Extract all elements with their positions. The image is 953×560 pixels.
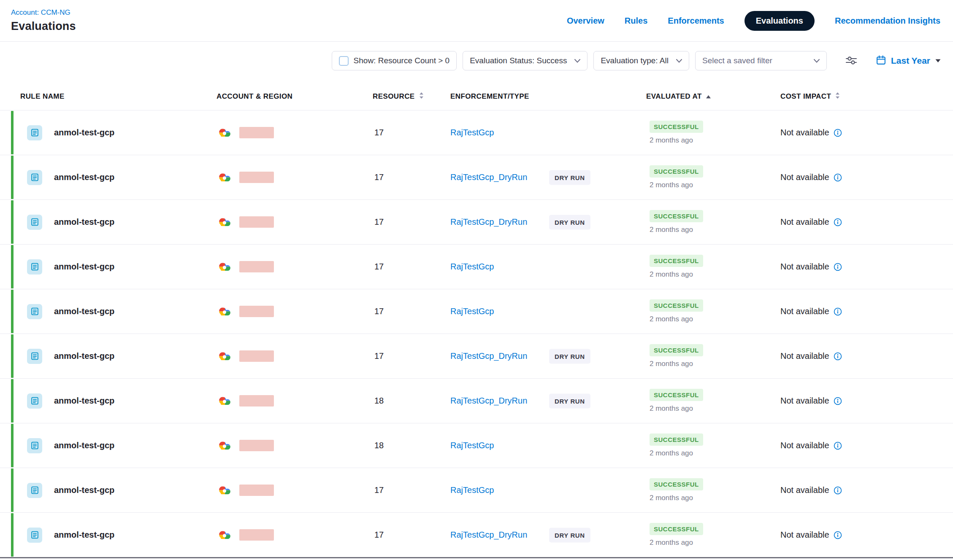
sort-icon[interactable]	[419, 92, 424, 101]
enforcement-cell: RajTestGcp	[450, 423, 646, 468]
filter-settings-button[interactable]	[844, 54, 859, 68]
info-icon[interactable]	[834, 263, 842, 271]
resource-count: 17	[373, 172, 450, 182]
gcp-cloud-icon	[217, 395, 233, 407]
info-icon[interactable]	[834, 486, 842, 495]
evaluated-time: 2 months ago	[650, 538, 693, 547]
sort-asc-icon[interactable]	[706, 92, 711, 101]
column-header-account-region: ACCOUNT & REGION	[217, 92, 373, 101]
table-row[interactable]: anmol-test-gcp	[0, 468, 953, 512]
cost-impact-cell: Not available	[780, 396, 953, 406]
table-bottom-divider	[0, 557, 953, 558]
column-label: EVALUATED AT	[646, 92, 702, 101]
nav-item-rules[interactable]: Rules	[625, 16, 647, 26]
enforcement-link[interactable]: RajTestGcp	[450, 262, 494, 272]
cost-impact-value: Not available	[780, 262, 829, 272]
enforcement-cell: RajTestGcp	[450, 110, 646, 155]
rule-name-cell: anmol-test-gcp	[20, 125, 217, 140]
dry-run-badge: DRY RUN	[549, 349, 590, 363]
enforcement-link[interactable]: RajTestGcp	[450, 128, 494, 137]
status-badge: SUCCESSFUL	[650, 299, 703, 312]
rule-name-cell: anmol-test-gcp	[20, 438, 217, 453]
date-range-picker[interactable]: Last Year	[876, 55, 941, 67]
account-region-redacted	[239, 395, 274, 407]
enforcement-link[interactable]: RajTestGcp	[450, 485, 494, 495]
table-row[interactable]: anmol-test-gcp	[0, 289, 953, 334]
account-region-redacted	[239, 261, 274, 272]
info-icon[interactable]	[834, 531, 842, 539]
column-header-cost-impact[interactable]: COST IMPACT	[780, 92, 953, 101]
evaluated-at-cell: SUCCESSFUL 2 months ago	[646, 478, 780, 502]
account-region-cell	[217, 529, 373, 541]
table-row[interactable]: anmol-test-gcp	[0, 334, 953, 378]
enforcement-link[interactable]: RajTestGcp_DryRun	[450, 217, 527, 227]
table-row[interactable]: anmol-test-gcp	[0, 110, 953, 155]
cost-impact-value: Not available	[780, 485, 829, 495]
account-region-cell	[217, 261, 373, 272]
resource-count: 18	[373, 396, 450, 406]
table-row[interactable]: anmol-test-gcp	[0, 378, 953, 423]
status-badge: SUCCESSFUL	[650, 255, 703, 267]
account-region-redacted	[239, 172, 274, 183]
table-row[interactable]: anmol-test-gcp	[0, 244, 953, 289]
enforcement-link[interactable]: RajTestGcp_DryRun	[450, 396, 527, 406]
nav-item-evaluations[interactable]: Evaluations	[745, 11, 815, 31]
rule-name-cell: anmol-test-gcp	[20, 304, 217, 319]
enforcement-link[interactable]: RajTestGcp	[450, 441, 494, 450]
table-row[interactable]: anmol-test-gcp	[0, 155, 953, 199]
rule-name: anmol-test-gcp	[54, 351, 114, 361]
nav-item-recommendation-insights[interactable]: Recommendation Insights	[835, 16, 940, 26]
evaluated-at-cell: SUCCESSFUL 2 months ago	[646, 433, 780, 458]
column-header-evaluated-at[interactable]: EVALUATED AT	[646, 92, 780, 101]
status-badge: SUCCESSFUL	[650, 433, 703, 446]
enforcement-cell: RajTestGcp	[450, 468, 646, 512]
info-icon[interactable]	[834, 129, 842, 137]
rule-icon	[27, 215, 42, 230]
info-icon[interactable]	[834, 397, 842, 405]
sort-icon[interactable]	[835, 92, 840, 101]
account-region-cell	[217, 440, 373, 451]
nav-item-enforcements[interactable]: Enforcements	[668, 16, 724, 26]
saved-filter-dropdown[interactable]: Select a saved filter	[695, 51, 827, 70]
saved-filter-placeholder: Select a saved filter	[702, 56, 772, 65]
info-icon[interactable]	[834, 173, 842, 182]
rule-icon	[27, 259, 42, 275]
account-breadcrumb[interactable]: Account: CCM-NG	[11, 8, 76, 17]
account-region-cell	[217, 395, 373, 407]
filter-bar: Show: Resource Count > 0 Evaluation Stat…	[0, 42, 953, 70]
account-region-redacted	[239, 127, 274, 138]
evaluation-type-dropdown[interactable]: Evaluation type: All	[593, 51, 689, 70]
account-region-cell	[217, 216, 373, 228]
enforcement-link[interactable]: RajTestGcp_DryRun	[450, 172, 527, 182]
gcp-cloud-icon	[217, 485, 233, 496]
cost-impact-cell: Not available	[780, 441, 953, 450]
rule-icon	[27, 438, 42, 453]
resource-count: 17	[373, 530, 450, 540]
table-row[interactable]: anmol-test-gcp	[0, 512, 953, 557]
enforcement-link[interactable]: RajTestGcp_DryRun	[450, 351, 527, 361]
enforcement-cell: RajTestGcp_DryRun DRY RUN	[450, 155, 646, 199]
resource-count-filter[interactable]: Show: Resource Count > 0	[332, 51, 457, 70]
page-title: Evaluations	[11, 20, 76, 33]
table-row[interactable]: anmol-test-gcp	[0, 423, 953, 468]
enforcement-link[interactable]: RajTestGcp_DryRun	[450, 530, 527, 540]
info-icon[interactable]	[834, 442, 842, 450]
cost-impact-cell: Not available	[780, 307, 953, 316]
cost-impact-value: Not available	[780, 351, 829, 361]
resource-count-checkbox[interactable]	[339, 56, 349, 66]
enforcement-link[interactable]: RajTestGcp	[450, 307, 494, 316]
rule-name-cell: anmol-test-gcp	[20, 259, 217, 275]
evaluated-time: 2 months ago	[650, 226, 693, 234]
nav-item-overview[interactable]: Overview	[567, 16, 604, 26]
rule-icon	[27, 125, 42, 140]
table-row[interactable]: anmol-test-gcp	[0, 199, 953, 244]
info-icon[interactable]	[834, 218, 842, 226]
info-icon[interactable]	[834, 307, 842, 316]
info-icon[interactable]	[834, 352, 842, 361]
cost-impact-value: Not available	[780, 307, 829, 316]
column-header-resource[interactable]: RESOURCE	[373, 92, 450, 101]
evaluation-status-value: Evaluation Status: Success	[470, 56, 567, 65]
rule-name: anmol-test-gcp	[54, 262, 114, 272]
rule-name-cell: anmol-test-gcp	[20, 393, 217, 409]
evaluation-status-dropdown[interactable]: Evaluation Status: Success	[463, 51, 588, 70]
